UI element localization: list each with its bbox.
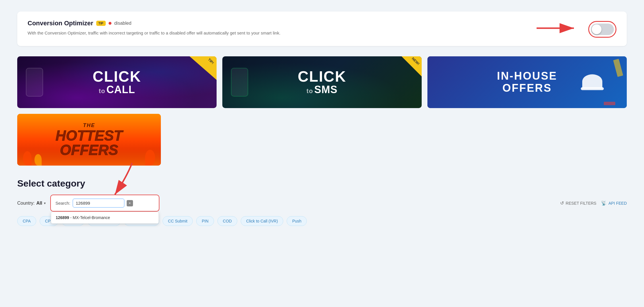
search-label: Search: [55, 201, 70, 206]
inhouse-line2: OFFERS [497, 82, 557, 94]
filter-tag-cod[interactable]: COD [217, 216, 237, 226]
dropdown-item-name: - MX-Telcel-Bromance [70, 215, 110, 220]
wifi-icon: 📡 [601, 200, 607, 206]
inhouse-decoration-bottom [604, 102, 615, 105]
arrow-to-toggle [537, 20, 583, 37]
cts-badge: NEW! [402, 56, 422, 76]
banner-inhouse-offers[interactable]: IN-HOUSE OFFERS [427, 56, 627, 108]
inhouse-decoration-top [615, 59, 621, 76]
api-feed-label: API FEED [608, 201, 627, 206]
ctc-line2-word: CALL [106, 84, 135, 95]
banner-click-to-call[interactable]: CLICK toCALL TIP! [17, 56, 217, 108]
country-selector[interactable]: Country: All ▾ [17, 201, 46, 206]
chevron-down-icon: ▾ [44, 201, 46, 205]
reset-filters-label: RESET FILTERS [566, 201, 596, 206]
cts-line1: CLICK [298, 69, 346, 84]
cts-badge-text: NEW! [411, 57, 421, 66]
ctc-line1: CLICK [93, 68, 141, 85]
hottest-text: THE HOTTEST OFFERS [55, 122, 122, 157]
banner-click-to-sms[interactable]: CLICK toSMS NEW! [222, 56, 422, 108]
hottest-line2: OFFERS [55, 143, 122, 157]
toggle-knob [592, 24, 601, 34]
optimizer-title: Conversion Optimizer [28, 20, 93, 27]
optimizer-section: Conversion Optimizer TIP disabled With t… [17, 11, 627, 46]
banner-row2: THE HOTTEST OFFERS [17, 114, 627, 166]
inhouse-text: IN-HOUSE OFFERS [497, 70, 557, 94]
tip-badge: TIP [96, 21, 106, 26]
banner-row1: CLICK toCALL TIP! CLICK toSMS [17, 56, 627, 108]
ctc-prefix: to [99, 87, 105, 95]
optimizer-description: With the Conversion Optimizer, traffic w… [28, 30, 280, 37]
api-feed-button[interactable]: 📡 API FEED [601, 200, 627, 206]
status-dot [109, 22, 111, 25]
filter-tag-cpa[interactable]: CPA [17, 216, 36, 226]
cts-line2-word: SMS [314, 84, 338, 95]
optimizer-left: Conversion Optimizer TIP disabled With t… [28, 20, 280, 37]
hottest-line1: HOTTEST [55, 128, 122, 143]
banner-hottest-offers[interactable]: THE HOTTEST OFFERS [17, 114, 161, 166]
reset-icon: ↺ [560, 200, 564, 206]
ctc-text: CLICK toCALL [93, 69, 141, 95]
section-title: Select category [17, 178, 627, 189]
search-inner: Search: × [52, 196, 158, 210]
dropdown-item[interactable]: 126899 - MX-Telcel-Bromance [51, 212, 159, 223]
dropdown-item-id: 126899 [56, 215, 69, 220]
filter-tag-push[interactable]: Push [287, 216, 307, 226]
cts-prefix: to [306, 87, 313, 95]
flame3 [145, 150, 155, 166]
search-dropdown: 126899 - MX-Telcel-Bromance [51, 212, 159, 224]
filter-tag-cc-submit[interactable]: CC Submit [163, 216, 193, 226]
ctc-badge: TIP! [190, 56, 217, 80]
search-clear-button[interactable]: × [127, 200, 133, 206]
cts-text: CLICK toSMS [298, 69, 346, 95]
reset-filters-button[interactable]: ↺ RESET FILTERS [560, 200, 596, 206]
search-container: Search: × 126899 - MX-Telcel-Bromance [50, 195, 159, 212]
filter-tag-pin[interactable]: PIN [196, 216, 214, 226]
sms-phone-decoration [231, 68, 248, 97]
country-label: Country: [17, 201, 34, 206]
phone-decoration [26, 68, 43, 97]
banner-row2-spacer [167, 114, 627, 166]
toggle-container[interactable] [588, 21, 616, 38]
country-value: All [36, 201, 42, 206]
optimizer-title-row: Conversion Optimizer TIP disabled [28, 20, 280, 27]
status-text: disabled [114, 21, 132, 26]
flame1 [23, 151, 32, 166]
select-category-section: Select category Country: All ▾ Search: × [17, 178, 627, 226]
ctc-badge-text: TIP! [207, 57, 215, 65]
search-input[interactable] [73, 199, 124, 208]
filter-tag-click-to-call-ivr[interactable]: Click to Call (IVR) [241, 216, 283, 226]
optimizer-toggle[interactable] [591, 24, 614, 35]
hard-hat-icon [582, 74, 604, 90]
flame2 [34, 154, 42, 166]
inhouse-line1: IN-HOUSE [497, 70, 557, 82]
